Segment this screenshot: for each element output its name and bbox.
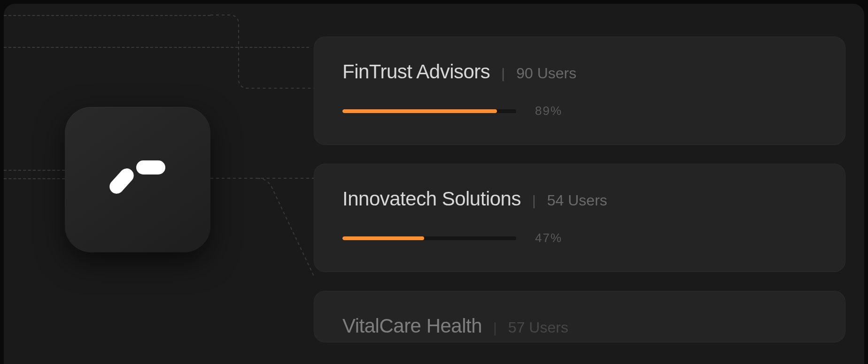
decorative-line xyxy=(4,178,65,179)
company-card-header: Innovatech Solutions | 54 Users xyxy=(342,188,817,210)
company-card-header: FinTrust Advisors | 90 Users xyxy=(342,61,817,83)
dashboard-panel: FinTrust Advisors | 90 Users 89% Innovat… xyxy=(4,4,864,364)
progress-row: 89% xyxy=(342,104,817,118)
company-card-header: VitalCare Health | 57 Users xyxy=(342,315,817,337)
svg-rect-1 xyxy=(136,160,165,174)
decorative-line xyxy=(4,170,65,171)
company-users: 57 Users xyxy=(508,319,568,336)
company-name: VitalCare Health xyxy=(342,315,482,337)
progress-fill xyxy=(342,236,424,240)
company-card[interactable]: Innovatech Solutions | 54 Users 47% xyxy=(314,164,845,272)
progress-track xyxy=(342,236,516,240)
progress-fill xyxy=(342,109,497,113)
company-card[interactable]: VitalCare Health | 57 Users xyxy=(314,291,845,342)
company-card[interactable]: FinTrust Advisors | 90 Users 89% xyxy=(314,37,845,145)
svg-rect-0 xyxy=(107,166,137,197)
company-name: Innovatech Solutions xyxy=(342,188,521,210)
separator: | xyxy=(532,193,536,209)
company-users: 54 Users xyxy=(547,192,607,209)
brand-logo-icon xyxy=(102,159,173,201)
company-users: 90 Users xyxy=(516,65,576,82)
progress-percent: 47% xyxy=(535,231,562,245)
progress-row: 47% xyxy=(342,231,817,245)
app-tile[interactable] xyxy=(65,107,210,252)
progress-track xyxy=(342,109,516,113)
separator: | xyxy=(501,66,505,82)
separator: | xyxy=(493,320,497,336)
company-cards-list: FinTrust Advisors | 90 Users 89% Innovat… xyxy=(314,37,845,342)
progress-percent: 89% xyxy=(535,104,562,118)
company-name: FinTrust Advisors xyxy=(342,61,490,83)
decorative-line xyxy=(4,15,210,16)
